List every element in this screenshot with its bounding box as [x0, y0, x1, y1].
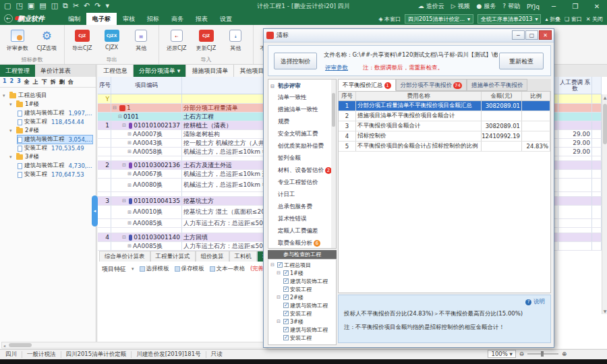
- back-icon[interactable]: ←: [4, 14, 13, 23]
- video-icon[interactable]: ▷ 视频: [451, 2, 470, 11]
- vertical-scrollbar[interactable]: ▲ ▼: [602, 94, 607, 314]
- window-scope-label[interactable]: ◈ 本窗口: [378, 16, 401, 23]
- dialog-maximize-button[interactable]: ▢: [525, 30, 538, 40]
- checkbox-checked-icon[interactable]: [283, 335, 289, 340]
- checkbox-checked-icon[interactable]: [283, 295, 289, 300]
- expand-all-button[interactable]: 全: [24, 78, 30, 86]
- zoom-out-icon[interactable]: ⊖: [519, 351, 524, 357]
- minimize-button[interactable]: ─: [546, 3, 561, 10]
- dialog-close-button[interactable]: ✕: [539, 30, 552, 40]
- quota-template-dropdown[interactable]: 四川2015清单计价定...▾: [405, 14, 473, 24]
- checkbox-checked-icon[interactable]: [283, 270, 289, 276]
- close-doc-button[interactable]: ✕ 关闭: [586, 16, 603, 23]
- zoom-value[interactable]: 100% ▾: [488, 350, 515, 358]
- export-cjzx-button[interactable]: CJZX CJZX: [98, 27, 125, 52]
- menu-tab-shenhe[interactable]: 审核: [117, 13, 141, 25]
- menu-tab-dianzibiao[interactable]: 电子标: [86, 13, 117, 25]
- review-item[interactable]: 计日工: [278, 190, 337, 200]
- review-item[interactable]: 安全文明施工费: [278, 129, 337, 139]
- move-up-button[interactable]: 上: [33, 78, 38, 86]
- merge-button[interactable]: 合: [68, 78, 74, 86]
- filter-icon[interactable]: Y: [98, 94, 111, 103]
- project-check-item[interactable]: ⊟2#楼: [277, 293, 304, 301]
- review-params-link[interactable]: 评审参数: [325, 64, 348, 72]
- summary-row[interactable]: 5 不平衡报价项目的金额合计占招标控制价的比例 24.83%: [339, 142, 550, 152]
- tree-item-building3[interactable]: ▾3#楼: [9, 153, 39, 161]
- zoom-in-icon[interactable]: ⊕: [562, 351, 567, 357]
- summary-row[interactable]: 1 分部分项工程量清单不平衡报价项目金额汇总 3082089.01: [339, 101, 550, 111]
- update-cjz-button[interactable]: CJZ 更新CJZ: [193, 27, 220, 52]
- delete-button[interactable]: 删: [59, 78, 65, 86]
- menu-tab-baobiao[interactable]: 报表: [190, 13, 214, 25]
- menu-tab-bianzhi[interactable]: 编制: [62, 13, 86, 25]
- tab-measure-list[interactable]: 措施项目清单: [186, 65, 234, 77]
- review-item[interactable]: 规费: [278, 117, 337, 127]
- checkbox-checked-icon[interactable]: [283, 311, 289, 316]
- review-item[interactable]: 暂列金额: [278, 154, 337, 163]
- tree-item-building2[interactable]: ▾2#楼: [9, 127, 39, 135]
- project-check-item[interactable]: 建筑与装饰工程: [283, 301, 328, 309]
- tab-unbalanced-summary[interactable]: 不平衡报价汇总1: [338, 79, 396, 91]
- tab-unit-price-sheet[interactable]: 单价计算表: [35, 65, 76, 77]
- select-control-price-button[interactable]: 选择控制价: [274, 53, 317, 69]
- tree-item[interactable]: 安装工程118,454.44: [18, 118, 84, 126]
- list-standard-dropdown[interactable]: 全统工序单清单2013▾: [478, 14, 541, 24]
- summary-row[interactable]: 3 不平衡报价项目金额合计 3082089.01: [339, 121, 550, 131]
- review-item[interactable]: 总承包服务费: [278, 202, 337, 212]
- menu-tab-shezhi[interactable]: 设置: [214, 13, 238, 25]
- checkbox-checked-icon[interactable]: [283, 327, 289, 332]
- summary-row[interactable]: 2 措施项目清单不平衡报价项目金额合计: [339, 111, 550, 121]
- window-button[interactable]: ❏ 窗口: [565, 16, 582, 23]
- help-icon[interactable]: ? 帮助: [502, 2, 520, 11]
- tab-fbfx-unbalanced[interactable]: 分部分项不平衡报价74: [396, 79, 467, 91]
- save-template-button[interactable]: 保存模板: [175, 265, 204, 273]
- text-table-toggle[interactable]: 文本—表格: [210, 265, 245, 273]
- close-button[interactable]: ✕: [589, 3, 604, 10]
- chevron-down-icon[interactable]: ▾: [132, 266, 134, 272]
- project-check-item[interactable]: 安装工程: [283, 285, 312, 293]
- review-item[interactable]: 创优质奖励补偿费: [278, 142, 337, 151]
- app-logo[interactable]: 鹏业软件: [18, 14, 45, 24]
- export-other-button[interactable]: ▤ 其他: [127, 27, 154, 52]
- checkbox-checked-icon[interactable]: [277, 262, 283, 268]
- tree-item[interactable]: 建筑与装饰工程1,997,...: [18, 109, 92, 117]
- review-item[interactable]: 专业工程暂估价: [278, 178, 337, 187]
- review-root[interactable]: ⊟ 初步评审: [270, 82, 337, 91]
- tree-item[interactable]: 建筑与装饰工程4,730,...: [18, 162, 92, 170]
- dialog-title-bar[interactable]: 清标 ─ ▢ ✕: [264, 29, 554, 42]
- tab-price-conversion[interactable]: 组价换算: [196, 251, 229, 262]
- select-template-button[interactable]: 选择模板: [140, 265, 169, 273]
- tree-item-root[interactable]: ▾工程总项目: [3, 92, 47, 100]
- review-item[interactable]: 算术性错误: [278, 214, 337, 224]
- cloud-icon[interactable]: ☁ 造价云: [418, 2, 444, 11]
- import-other-button[interactable]: ⇣ 其他: [222, 27, 249, 52]
- move-down-button[interactable]: 下: [42, 78, 47, 86]
- tab-unit-price-calc[interactable]: 综合单价计算表: [99, 251, 150, 262]
- maximize-button[interactable]: ❐: [568, 3, 583, 10]
- cjz-options-button[interactable]: ⚙ CJZ选项: [34, 27, 61, 52]
- review-item[interactable]: 清单一致性: [278, 93, 337, 102]
- tree-item-selected[interactable]: 建筑与装饰工程3,054,...: [18, 135, 92, 144]
- tree-item-building1[interactable]: ▾1#楼: [9, 100, 39, 109]
- checkbox-checked-icon[interactable]: [283, 278, 289, 284]
- review-item[interactable]: 定额人工费偏差: [278, 226, 337, 236]
- tab-quantity-formula[interactable]: 工程量计算式: [150, 251, 196, 262]
- tab-project-manage[interactable]: 工程管理: [0, 65, 35, 77]
- review-item[interactable]: 材料、设备暂估价2: [278, 166, 337, 175]
- checkbox-checked-icon[interactable]: [283, 286, 289, 292]
- tab-labor-material[interactable]: 工料机: [229, 251, 258, 262]
- project-check-item[interactable]: 安装工程: [283, 309, 312, 317]
- tab-project-info[interactable]: 工程信息: [98, 65, 134, 77]
- dialog-minimize-button[interactable]: ─: [512, 30, 525, 40]
- split-button[interactable]: 拆: [51, 78, 56, 86]
- horizontal-scrollbar[interactable]: ◂ ▸: [1, 342, 268, 348]
- service-icon[interactable]: ● 服务: [477, 2, 496, 11]
- zoom-slider[interactable]: [527, 353, 558, 355]
- export-cjz-button[interactable]: CJZ 导出CJZ: [69, 27, 96, 52]
- review-params-button[interactable]: 评审参数: [4, 27, 31, 52]
- collapse-button[interactable]: ▴ 折叠: [545, 16, 560, 23]
- project-check-item[interactable]: 建筑与装饰工程: [283, 326, 328, 334]
- level3-button[interactable]: 3: [17, 78, 21, 86]
- tree-item[interactable]: 安装工程170,647.53: [18, 171, 84, 179]
- project-check-item[interactable]: ⊟工程总项目: [270, 261, 311, 269]
